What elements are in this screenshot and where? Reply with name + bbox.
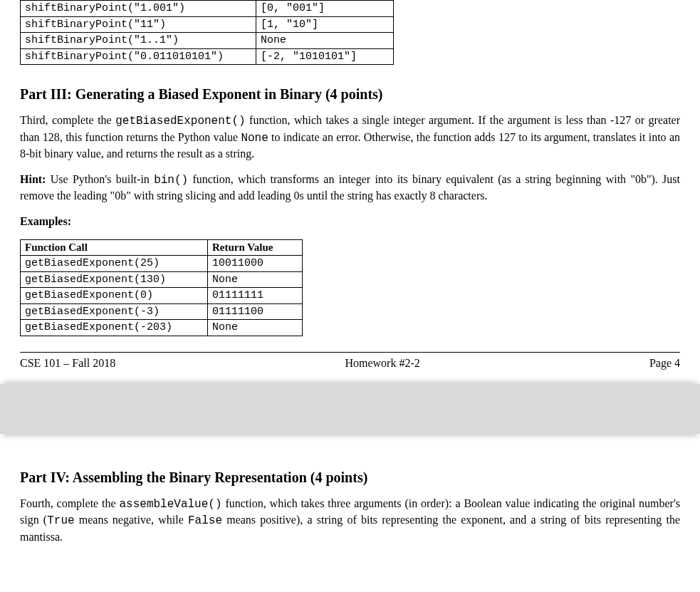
table-row: getBiasedExponent(-3) 01111100: [21, 303, 303, 320]
shift-binary-point-table: shiftBinaryPoint("1.001") [0, "001"] shi…: [20, 0, 394, 65]
table-row: shiftBinaryPoint("1.001") [0, "001"]: [21, 1, 394, 17]
cell-return: None: [208, 271, 303, 288]
page-break: [0, 384, 700, 434]
code-inline: None: [241, 132, 268, 145]
cell-return: [1, "10"]: [256, 16, 394, 33]
part-4-heading: Part IV: Assembling the Binary Represent…: [20, 469, 680, 486]
text: Third, complete the: [20, 114, 115, 126]
table-row: getBiasedExponent(130) None: [21, 271, 303, 288]
cell-call: shiftBinaryPoint("11"): [21, 16, 256, 33]
table-row: getBiasedExponent(0) 01111111: [21, 288, 303, 304]
footer-left: CSE 101 – Fall 2018: [20, 357, 115, 370]
cell-return: 01111111: [208, 288, 303, 304]
part-3-hint: Hint: Use Python's built-in bin() functi…: [20, 172, 680, 204]
table-row: getBiasedExponent(-203) None: [21, 320, 303, 336]
cell-call: shiftBinaryPoint("1..1"): [21, 33, 256, 49]
cell-call: getBiasedExponent(-203): [21, 320, 208, 336]
hint-label: Hint:: [20, 173, 46, 185]
cell-return: [-2, "1010101"]: [256, 48, 394, 65]
code-inline: getBiasedExponent(): [115, 115, 245, 128]
page-footer: CSE 101 – Fall 2018 Homework #2-2 Page 4: [20, 352, 680, 370]
text: means negative, while: [75, 514, 188, 526]
cell-return: None: [256, 33, 394, 49]
cell-call: getBiasedExponent(-3): [21, 303, 208, 320]
col-header-call: Function Call: [21, 239, 208, 256]
cell-call: shiftBinaryPoint("1.001"): [21, 1, 256, 17]
text: Use Python's built-in: [46, 173, 154, 185]
page-1: shiftBinaryPoint("1.001") [0, "001"] shi…: [0, 0, 700, 583]
footer-right: Page 4: [649, 357, 680, 370]
code-inline: False: [188, 514, 222, 527]
table-row: getBiasedExponent(25) 10011000: [21, 256, 303, 272]
cell-return: 10011000: [208, 256, 303, 272]
cell-call: shiftBinaryPoint("0.011010101"): [21, 48, 256, 65]
part-3-paragraph-1: Third, complete the getBiasedExponent() …: [20, 113, 680, 162]
table-row: shiftBinaryPoint("1..1") None: [21, 33, 394, 49]
cell-return: [0, "001"]: [256, 1, 394, 17]
cell-call: getBiasedExponent(130): [21, 271, 208, 288]
biased-exponent-table: Function Call Return Value getBiasedExpo…: [20, 239, 303, 336]
code-inline: assembleValue(): [119, 498, 221, 511]
examples-label: Examples:: [20, 214, 680, 229]
code-inline: bin(): [154, 174, 188, 187]
table-row: shiftBinaryPoint("0.011010101") [-2, "10…: [21, 48, 394, 65]
part-4-paragraph-1: Fourth, complete the assembleValue() fun…: [20, 496, 680, 545]
cell-return: None: [208, 320, 303, 336]
cell-return: 01111100: [208, 303, 303, 320]
cell-call: getBiasedExponent(0): [21, 288, 208, 304]
table-row: shiftBinaryPoint("11") [1, "10"]: [21, 16, 394, 33]
footer-center: Homework #2-2: [345, 357, 419, 370]
code-inline: True: [47, 514, 74, 527]
part-3-heading: Part III: Generating a Biased Exponent i…: [20, 86, 680, 103]
col-header-return: Return Value: [208, 239, 303, 256]
table-header-row: Function Call Return Value: [21, 239, 303, 256]
cell-call: getBiasedExponent(25): [21, 256, 208, 272]
text: Fourth, complete the: [20, 497, 119, 509]
